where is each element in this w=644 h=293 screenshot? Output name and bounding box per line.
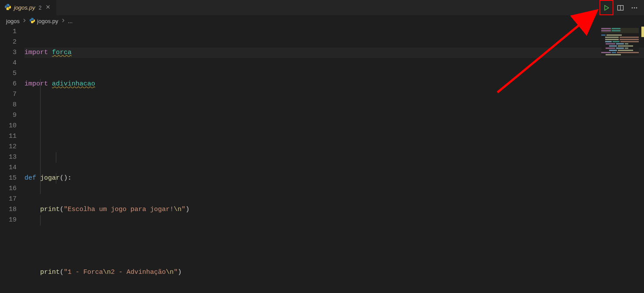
tab-filename: jogos.py <box>14 4 35 11</box>
overview-ruler-marker <box>641 27 644 37</box>
code-line[interactable]: import forca <box>24 48 644 58</box>
code-editor[interactable]: 12345678910111213141516171819 import for… <box>0 27 644 293</box>
code-line[interactable] <box>24 110 644 121</box>
breadcrumb-file[interactable]: jogos.py <box>37 18 58 24</box>
code-line[interactable]: def jogar(): <box>24 173 644 184</box>
tab-bar: jogos.py 2 <box>0 0 644 15</box>
code-line[interactable]: print("Escolha um jogo para jogar!\n") <box>24 204 644 215</box>
code-line[interactable] <box>24 142 644 152</box>
line-gutter: 12345678910111213141516171819 <box>0 27 24 293</box>
close-icon[interactable] <box>44 4 52 11</box>
code-line[interactable] <box>24 236 644 246</box>
breadcrumb: jogos jogos.py ... <box>0 15 644 27</box>
python-file-icon <box>4 3 11 12</box>
code-line[interactable]: print("1 - Forca\n2 - Advinhação\n") <box>24 267 644 278</box>
svg-point-2 <box>632 7 633 8</box>
breadcrumb-more[interactable]: ... <box>68 18 73 24</box>
tab-modified-count: 2 <box>38 5 41 11</box>
tab-jogos[interactable]: jogos.py 2 <box>0 0 57 15</box>
split-editor-button[interactable] <box>613 0 627 15</box>
chevron-right-icon <box>60 17 66 25</box>
editor-actions <box>599 0 644 15</box>
svg-point-4 <box>636 7 637 8</box>
run-button[interactable] <box>599 0 613 15</box>
python-file-icon <box>29 17 35 25</box>
breadcrumb-folder[interactable]: jogos <box>6 18 20 24</box>
svg-point-3 <box>634 7 635 8</box>
more-actions-button[interactable] <box>627 0 641 15</box>
code-content[interactable]: import forca import adivinhacao def joga… <box>24 27 644 293</box>
code-line[interactable]: import adivinhacao <box>24 79 644 89</box>
chevron-right-icon <box>21 17 27 25</box>
minimap[interactable] <box>601 28 639 56</box>
